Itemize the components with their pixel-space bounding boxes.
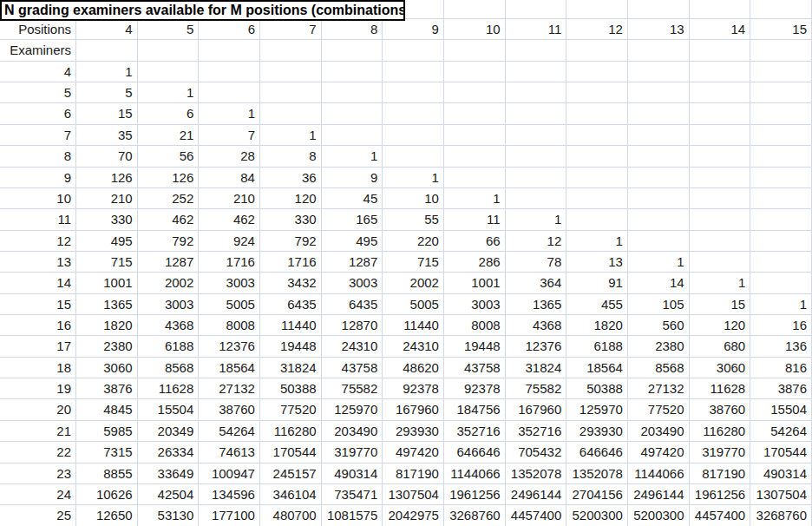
empty-cell[interactable] (566, 0, 628, 19)
value-cell[interactable]: 38760 (199, 399, 260, 420)
value-cell[interactable]: 352716 (506, 421, 567, 442)
value-cell[interactable]: 12650 (76, 505, 138, 526)
value-cell[interactable]: 1961256 (690, 484, 751, 505)
value-cell[interactable]: 495 (322, 231, 383, 252)
value-cell[interactable]: 330 (76, 209, 138, 230)
value-cell[interactable] (383, 103, 444, 124)
value-cell[interactable]: 210 (76, 188, 138, 209)
value-cell[interactable]: 1820 (76, 315, 138, 336)
value-cell[interactable]: 6435 (260, 294, 322, 315)
value-cell[interactable]: 1365 (76, 294, 138, 315)
value-cell[interactable]: 15504 (750, 399, 812, 420)
row-header[interactable]: 17 (0, 336, 76, 357)
value-cell[interactable]: 293930 (383, 421, 444, 442)
value-cell[interactable]: 2002 (138, 273, 200, 293)
value-cell[interactable]: 1 (444, 188, 506, 209)
value-cell[interactable]: 1 (628, 252, 690, 273)
value-cell[interactable]: 4457400 (690, 505, 751, 526)
value-cell[interactable]: 74613 (199, 442, 260, 463)
value-cell[interactable]: 116280 (690, 421, 751, 442)
value-cell[interactable]: 646646 (566, 442, 628, 463)
value-cell[interactable]: 56 (138, 146, 200, 167)
value-cell[interactable]: 92378 (383, 378, 444, 399)
value-cell[interactable]: 203490 (628, 421, 690, 442)
row-header[interactable]: 13 (0, 252, 76, 273)
value-cell[interactable] (690, 209, 751, 230)
value-cell[interactable]: 50388 (566, 378, 628, 399)
value-cell[interactable]: 5 (76, 82, 138, 103)
value-cell[interactable]: 177100 (199, 505, 260, 526)
empty-cell[interactable] (628, 0, 690, 19)
value-cell[interactable]: 792 (260, 231, 322, 252)
value-cell[interactable]: 2496144 (628, 484, 690, 505)
value-cell[interactable]: 55 (383, 209, 444, 230)
value-cell[interactable]: 5005 (199, 294, 260, 315)
value-cell[interactable]: 924 (199, 231, 260, 252)
value-cell[interactable] (628, 146, 690, 167)
value-cell[interactable]: 184756 (444, 399, 506, 420)
value-cell[interactable] (322, 82, 383, 103)
empty-cell[interactable] (750, 40, 812, 61)
value-cell[interactable] (444, 146, 506, 167)
value-cell[interactable]: 8008 (199, 315, 260, 336)
value-cell[interactable] (506, 146, 567, 167)
value-cell[interactable]: 1307504 (383, 484, 444, 505)
value-cell[interactable]: 28 (199, 146, 260, 167)
value-cell[interactable] (628, 103, 690, 124)
value-cell[interactable] (750, 103, 812, 124)
value-cell[interactable] (628, 82, 690, 103)
value-cell[interactable]: 3060 (76, 358, 138, 378)
value-cell[interactable] (199, 62, 260, 82)
column-header[interactable]: 7 (260, 19, 322, 40)
value-cell[interactable]: 1 (690, 273, 751, 293)
value-cell[interactable]: 6435 (322, 294, 383, 315)
value-cell[interactable]: 1365 (506, 294, 567, 315)
value-cell[interactable] (750, 252, 812, 273)
value-cell[interactable]: 1287 (322, 252, 383, 273)
value-cell[interactable]: 8568 (628, 358, 690, 378)
value-cell[interactable]: 1 (322, 146, 383, 167)
value-cell[interactable]: 319770 (690, 442, 751, 463)
value-cell[interactable] (566, 168, 628, 188)
value-cell[interactable]: 33649 (138, 464, 200, 484)
empty-cell[interactable] (506, 0, 567, 19)
value-cell[interactable]: 11628 (690, 378, 751, 399)
value-cell[interactable]: 31824 (506, 358, 567, 378)
value-cell[interactable]: 4368 (138, 315, 200, 336)
value-cell[interactable]: 6188 (138, 336, 200, 357)
value-cell[interactable] (690, 125, 751, 146)
value-cell[interactable]: 36 (260, 168, 322, 188)
value-cell[interactable]: 680 (690, 336, 751, 357)
value-cell[interactable]: 1 (260, 125, 322, 146)
value-cell[interactable]: 170544 (260, 442, 322, 463)
value-cell[interactable]: 1307504 (750, 484, 812, 505)
value-cell[interactable]: 3003 (444, 294, 506, 315)
empty-cell[interactable] (690, 40, 751, 61)
value-cell[interactable]: 66 (444, 231, 506, 252)
value-cell[interactable] (322, 62, 383, 82)
value-cell[interactable]: 8008 (444, 315, 506, 336)
value-cell[interactable]: 54264 (199, 421, 260, 442)
value-cell[interactable]: 455 (566, 294, 628, 315)
value-cell[interactable]: 293930 (566, 421, 628, 442)
empty-cell[interactable] (138, 40, 200, 61)
value-cell[interactable] (506, 62, 567, 82)
value-cell[interactable]: 2496144 (506, 484, 567, 505)
value-cell[interactable] (750, 82, 812, 103)
value-cell[interactable]: 2704156 (566, 484, 628, 505)
value-cell[interactable]: 8 (260, 146, 322, 167)
value-cell[interactable] (138, 62, 200, 82)
value-cell[interactable]: 14 (628, 273, 690, 293)
value-cell[interactable]: 12376 (506, 336, 567, 357)
value-cell[interactable]: 1287 (138, 252, 200, 273)
value-cell[interactable] (750, 231, 812, 252)
row-header[interactable]: 11 (0, 209, 76, 230)
value-cell[interactable]: 11628 (138, 378, 200, 399)
value-cell[interactable]: 19448 (444, 336, 506, 357)
value-cell[interactable]: 105 (628, 294, 690, 315)
value-cell[interactable]: 792 (138, 231, 200, 252)
value-cell[interactable]: 816 (750, 358, 812, 378)
value-cell[interactable] (444, 82, 506, 103)
value-cell[interactable]: 4457400 (506, 505, 567, 526)
value-cell[interactable]: 43758 (444, 358, 506, 378)
